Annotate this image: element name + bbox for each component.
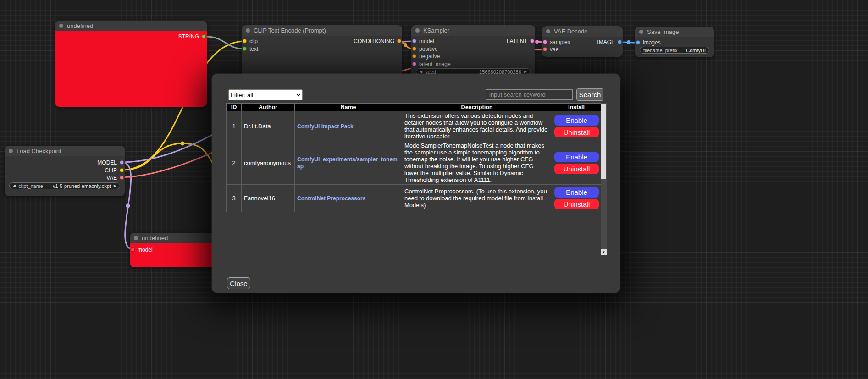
widget-name: filename_prefix (643, 48, 678, 53)
widget-value[interactable]: ComfyUI (680, 48, 706, 53)
ckpt-name-widget[interactable]: ◀ ckpt_name v1-5-pruned-emaonly.ckpt ▶ (9, 182, 120, 189)
conditioning-port-icon[interactable] (397, 39, 401, 43)
image-port-icon[interactable] (618, 40, 622, 44)
clip-port-icon[interactable] (120, 168, 124, 172)
node-body[interactable]: model positive negative latent_image LAT… (411, 36, 535, 78)
model-port-icon[interactable] (131, 247, 135, 252)
widget-name: ckpt_name (18, 183, 43, 189)
node-title-bar[interactable]: undefined (55, 21, 207, 31)
node-undefined-bottom[interactable]: undefined model (130, 233, 221, 267)
node-ksampler[interactable]: KSampler model positive negative latent_… (411, 25, 535, 78)
text-port-icon[interactable] (243, 47, 247, 51)
search-button[interactable]: Search (576, 88, 603, 101)
node-body[interactable]: samples vae IMAGE (542, 37, 623, 57)
latent-port-icon[interactable] (530, 39, 534, 43)
input-port-images[interactable]: images (636, 39, 661, 46)
uninstall-button[interactable]: Uninstall (554, 199, 599, 209)
port-label: samples (550, 39, 570, 45)
node-collapse-dot[interactable] (415, 28, 420, 33)
negative-port-icon[interactable] (412, 54, 416, 58)
string-port-icon[interactable] (202, 34, 206, 38)
input-port-clip[interactable]: clip (243, 38, 258, 44)
scroll-down-icon[interactable]: ▼ (601, 249, 607, 255)
wire-dot-clip (181, 142, 185, 146)
ext-id: 3 (227, 185, 242, 212)
node-title-label: VAE Decode (554, 28, 587, 35)
input-port-vae[interactable]: vae (543, 46, 558, 53)
output-port-image[interactable]: IMAGE (597, 38, 622, 45)
next-value-icon[interactable]: ▶ (114, 184, 116, 188)
clip-port-icon[interactable] (243, 39, 247, 43)
node-body[interactable]: MODEL CLIP VAE ◀ ckpt_name v1-5-pruned-e… (5, 156, 125, 196)
node-collapse-dot[interactable] (59, 24, 63, 28)
node-collapse-dot[interactable] (9, 149, 13, 153)
node-title-bar[interactable]: VAE Decode (542, 26, 623, 37)
table-row: 3 Fannovel16 ControlNet Preprocessors Co… (227, 185, 601, 212)
node-title-bar[interactable]: Save Image (635, 27, 714, 37)
search-input[interactable] (486, 89, 573, 100)
input-port-latent-image[interactable]: latent_image (412, 60, 451, 67)
scrollbar-thumb[interactable] (601, 104, 606, 179)
enable-button[interactable]: Enable (554, 115, 599, 126)
input-port-model[interactable]: model (412, 38, 434, 44)
decrement-icon[interactable]: ◀ (420, 70, 422, 74)
vae-port-icon[interactable] (120, 176, 124, 180)
node-title-bar[interactable]: KSampler (411, 25, 535, 36)
positive-port-icon[interactable] (412, 47, 416, 51)
port-label: vae (550, 46, 558, 53)
node-title-bar[interactable]: CLIP Text Encode (Prompt) (242, 25, 402, 36)
prev-value-icon[interactable]: ◀ (13, 184, 16, 188)
node-undefined-top[interactable]: undefined STRING (55, 21, 207, 107)
uninstall-button[interactable]: Uninstall (554, 127, 599, 137)
filter-select[interactable]: Filter: all (228, 89, 303, 100)
output-port-latent[interactable]: LATENT (507, 38, 534, 44)
input-port-text[interactable]: text (243, 45, 258, 52)
node-vae-decode[interactable]: VAE Decode samples vae IMAGE (542, 26, 623, 57)
images-port-icon[interactable] (636, 40, 640, 44)
output-port-string[interactable]: STRING (178, 33, 206, 40)
wire-dot-latent (535, 40, 539, 44)
node-body[interactable]: images filename_prefix ComfyUI (635, 37, 714, 57)
output-port-model[interactable]: MODEL (97, 159, 124, 166)
ext-name-link[interactable]: ComfyUI Impact Pack (297, 123, 354, 130)
table-scrollbar[interactable]: ▼ (601, 103, 607, 255)
node-title-label: Save Image (647, 28, 679, 35)
node-collapse-dot[interactable] (546, 29, 550, 33)
uninstall-button[interactable]: Uninstall (554, 164, 599, 174)
ext-name-link[interactable]: ComfyUI_experiments/sampler_tonemap (297, 156, 398, 170)
input-port-model[interactable]: model (131, 246, 153, 253)
increment-icon[interactable]: ▶ (524, 70, 527, 74)
output-port-conditioning[interactable]: CONDITIONING (354, 38, 401, 44)
node-body[interactable]: STRING (55, 31, 207, 107)
latent-image-port-icon[interactable] (412, 62, 416, 66)
output-port-clip[interactable]: CLIP (105, 167, 124, 174)
port-label: latent_image (419, 61, 451, 67)
input-port-positive[interactable]: positive (412, 45, 438, 52)
node-body[interactable]: model (130, 243, 221, 267)
vae-port-icon[interactable] (543, 47, 547, 51)
node-save-image[interactable]: Save Image images filename_prefix ComfyU… (635, 27, 714, 57)
header-name: Name (295, 104, 402, 111)
model-port-icon[interactable] (120, 160, 124, 165)
enable-button[interactable]: Enable (554, 187, 599, 198)
close-button[interactable]: Close (227, 277, 250, 289)
node-collapse-dot[interactable] (246, 28, 250, 33)
node-load-checkpoint[interactable]: Load Checkpoint MODEL CLIP VAE ◀ ckpt_na… (5, 146, 125, 196)
node-title-bar[interactable]: Load Checkpoint (5, 146, 125, 156)
input-port-samples[interactable]: samples (543, 38, 570, 45)
node-title-bar[interactable]: undefined (130, 233, 221, 243)
output-port-vae[interactable]: VAE (106, 174, 124, 181)
ext-description: ModelSamplerTonemapNoiseTest a node that… (402, 141, 552, 185)
model-port-icon[interactable] (412, 39, 416, 43)
ext-name-link[interactable]: ControlNet Preprocessors (297, 195, 365, 202)
port-label: clip (249, 38, 258, 44)
input-port-negative[interactable]: negative (412, 53, 440, 60)
samples-port-icon[interactable] (543, 40, 547, 44)
filename-prefix-widget[interactable]: filename_prefix ComfyUI (640, 47, 709, 54)
node-collapse-dot[interactable] (639, 30, 643, 34)
port-label: CLIP (105, 167, 117, 174)
node-collapse-dot[interactable] (134, 236, 138, 240)
node-clip-text-encode[interactable]: CLIP Text Encode (Prompt) clip text COND… (242, 25, 402, 82)
widget-value[interactable]: v1-5-pruned-emaonly.ckpt (46, 183, 111, 189)
enable-button[interactable]: Enable (554, 152, 599, 162)
